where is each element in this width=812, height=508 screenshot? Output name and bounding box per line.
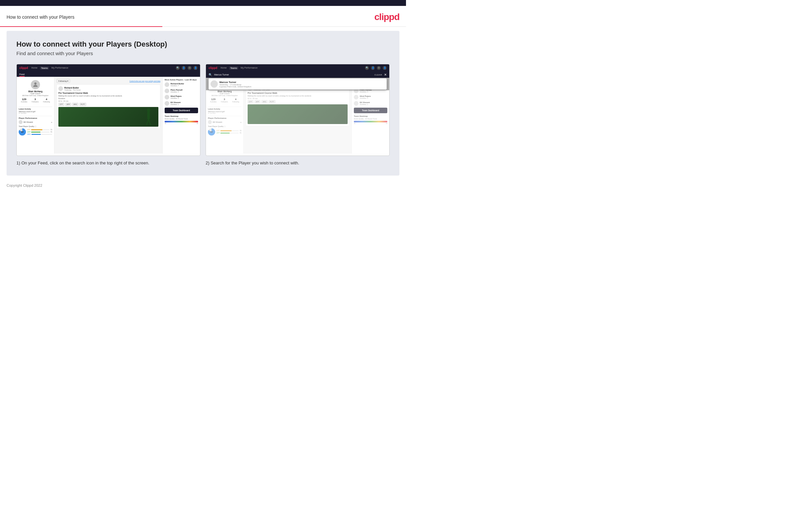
tag-ott-2: OTT <box>248 100 253 103</box>
copyright: Copyright Clippd 2022 <box>7 183 42 187</box>
pli-info-4: Eli Vincent Activities: 1 <box>171 101 198 105</box>
ss-right-1: Most Active Players - Last 30 days Richa… <box>162 77 200 154</box>
ac-tags-1: OTT APP ARG PUTT <box>58 103 158 106</box>
tag-arg-2: ARG <box>261 100 268 103</box>
ac-avatar-1 <box>58 86 63 91</box>
nav-teams-2[interactable]: Teams <box>229 67 238 70</box>
ac-header-1: Richard Butler Yesterday · The Grove <box>58 86 158 91</box>
stat-followers-2: 3 Followers <box>221 98 228 103</box>
avatar-icon-2[interactable]: 👤 <box>383 66 387 70</box>
tag-arg-1: ARG <box>72 103 78 106</box>
app-nav-1: Home Teams My Performance <box>32 67 68 70</box>
pli-info-3: Hiral Pujara Activities: 3 <box>171 95 198 99</box>
user-icon-1[interactable]: 👤 <box>182 66 186 70</box>
stat-activities-1: 129 Activities <box>21 98 28 103</box>
logo: clippd <box>375 12 399 22</box>
chevron-down-icon-2: ▾ <box>240 121 241 123</box>
search-clear-btn[interactable]: CLEAR <box>375 74 382 76</box>
footer: Copyright Clippd 2022 <box>0 179 406 191</box>
search-close-btn[interactable]: ✕ <box>384 73 387 77</box>
panel-1: clippd Home Teams My Performance 🔍 👤 ⚙ 👤 <box>16 64 200 166</box>
quality-label-1: Total Player Quality ⓘ <box>19 125 52 127</box>
header: How to connect with your Players clippd <box>0 6 406 26</box>
pli-avatar-4 <box>164 101 169 106</box>
player-item-2: Piers Parnell Activities: 4 <box>164 89 198 93</box>
player-performance-2: Player Performance Eli Vincent ▾ Total P… <box>208 116 241 135</box>
heatmap-bar-1 <box>164 121 198 122</box>
main-content: How to connect with your Players (Deskto… <box>7 31 399 176</box>
top-bar <box>0 0 406 6</box>
quality-section-2: Total Player Quality ⓘ 84 OTT <box>208 125 241 135</box>
pli-avatar-1 <box>164 82 169 87</box>
pli-info-2: Piers Parnell Activities: 4 <box>171 89 198 93</box>
search-icon-1[interactable]: 🔍 <box>176 66 180 70</box>
main-heading: How to connect with your Players (Deskto… <box>16 40 390 49</box>
nav-performance-1[interactable]: My Performance <box>51 67 68 70</box>
team-heatmap-title-2: Team Heatmap <box>354 115 387 117</box>
settings-icon-2[interactable]: ⚙ <box>377 66 381 70</box>
profile-name-1: Blair McHarg <box>19 90 52 92</box>
svg-line-4 <box>149 119 150 125</box>
user-icon-2[interactable]: 👤 <box>371 66 375 70</box>
app-logo-1: clippd <box>19 66 28 70</box>
pli-avatar-8 <box>354 101 359 106</box>
quality-label-2: Total Player Quality ⓘ <box>208 125 241 127</box>
heatmap-labels-1: -5 +5 <box>164 123 198 124</box>
team-dashboard-button-2[interactable]: Team Dashboard <box>354 108 387 113</box>
app-bar-icons-2: 🔍 👤 ⚙ 👤 <box>365 66 387 70</box>
activity-card-1: Richard Butler Yesterday · The Grove Pre… <box>56 84 160 129</box>
pp-player-row-2: Eli Vincent ▾ <box>208 120 241 124</box>
nav-performance-2[interactable]: My Performance <box>241 67 257 70</box>
svg-point-0 <box>35 82 37 85</box>
activity-image-1 <box>58 107 158 127</box>
following-row-1: Following ▾ Control who can see your act… <box>56 79 160 83</box>
duration-label-1: Duration <box>58 97 158 99</box>
app-bar-2: clippd Home Teams My Performance 🔍 👤 ⚙ 👤 <box>206 64 389 72</box>
latest-activity-2: Latest Activity Afternoon round of golf … <box>208 107 241 114</box>
tag-putt-2: PUTT <box>269 100 276 103</box>
stats-row-2: 129 Activities 3 Followers 4 Following <box>208 98 241 103</box>
control-link-1[interactable]: Control who can see your activity and da… <box>130 80 160 82</box>
caption-1: 1) On your Feed, click on the search ico… <box>16 160 200 166</box>
screenshot-2: clippd Home Teams My Performance 🔍 👤 ⚙ 👤 <box>206 64 390 156</box>
quality-section-1: Total Player Quality ⓘ 84 OTT <box>19 125 52 135</box>
team-heatmap-title-1: Team Heatmap <box>164 115 198 117</box>
pp-avatar-2b <box>208 120 212 124</box>
pp-player-row-1: Eli Vincent ▾ <box>19 120 52 124</box>
player-item-4: Eli Vincent Activities: 1 <box>164 101 198 106</box>
avatar-icon-1[interactable]: 👤 <box>193 66 197 70</box>
pli-info-8: Eli Vincent Activities: 1 <box>360 101 387 105</box>
stat-activities-2: 129 Activities <box>210 98 217 103</box>
screenshot-1: clippd Home Teams My Performance 🔍 👤 ⚙ 👤 <box>16 64 200 156</box>
chevron-down-icon: ▾ <box>51 121 52 123</box>
app-logo-2: clippd <box>208 66 218 70</box>
stats-row-1: 129 Activities 3 Followers 4 Following <box>19 98 52 103</box>
nav-home-2[interactable]: Home <box>221 67 227 70</box>
settings-icon-1[interactable]: ⚙ <box>188 66 192 70</box>
ac-info-1: Richard Butler Yesterday · The Grove <box>64 87 158 91</box>
pli-avatar-3 <box>164 95 169 99</box>
stat-following-1: 4 Following <box>43 98 50 103</box>
heatmap-labels-2: -5 +5 <box>354 123 387 124</box>
app-bar-1: clippd Home Teams My Performance 🔍 👤 ⚙ 👤 <box>17 64 200 72</box>
following-button-1[interactable]: Following ▾ <box>56 79 70 83</box>
team-dashboard-button-1[interactable]: Team Dashboard <box>164 108 198 113</box>
search-results: Marcus Turner Yesterday · 1·5 Handicap C… <box>208 78 387 90</box>
page-title: How to connect with your Players <box>7 14 75 20</box>
svg-line-3 <box>147 119 149 125</box>
svg-point-1 <box>147 108 150 112</box>
quality-circle-2: 84 <box>208 128 215 135</box>
feed-label-1[interactable]: Feed <box>19 72 25 77</box>
search-input-mock[interactable]: Marcus Turner <box>214 74 373 76</box>
search-overlay: 🔍 Marcus Turner CLEAR ✕ Marcus Turner Ye… <box>206 72 389 90</box>
nav-teams-1[interactable]: Teams <box>40 67 49 70</box>
pli-info-1: Richard Butler Activities: 7 <box>171 83 198 87</box>
search-result-item[interactable]: Marcus Turner Yesterday · 1·5 Handicap C… <box>210 80 385 88</box>
sr-info: Marcus Turner Yesterday · 1·5 Handicap C… <box>220 81 385 88</box>
quality-circle-wrap-1: 84 OTT 79 APP <box>19 128 52 135</box>
pli-info-7: Hiral Pujara Activities: 3 <box>360 95 387 99</box>
profile-avatar-1 <box>31 80 40 89</box>
panel-2: clippd Home Teams My Performance 🔍 👤 ⚙ 👤 <box>206 64 390 166</box>
nav-home-1[interactable]: Home <box>32 67 38 70</box>
search-icon-2[interactable]: 🔍 <box>365 66 369 70</box>
